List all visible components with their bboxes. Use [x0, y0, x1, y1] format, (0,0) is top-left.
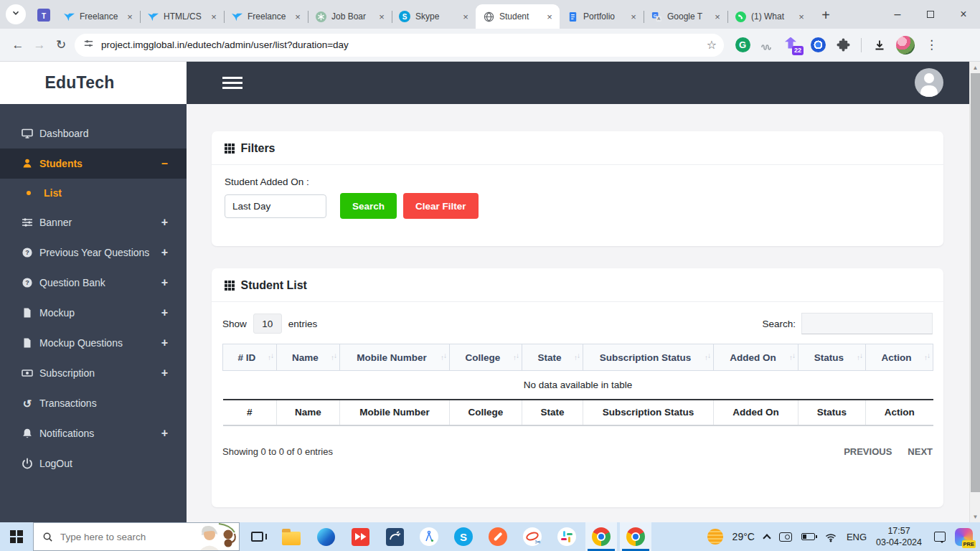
- url-text[interactable]: project.imgglobal.in/edutech/admin/user/…: [101, 39, 701, 50]
- page-scrollbar[interactable]: ▲ ▼: [969, 62, 980, 522]
- sidebar-item-list[interactable]: List: [0, 179, 187, 207]
- new-tab-button[interactable]: +: [816, 5, 836, 25]
- expand-icon[interactable]: +: [161, 246, 168, 259]
- browser-tab-google-translate[interactable]: GA Google T ×: [644, 4, 727, 29]
- table-search-input[interactable]: [801, 313, 933, 334]
- search-highlight-illustration[interactable]: [187, 522, 239, 551]
- screen-capture-icon[interactable]: [779, 532, 792, 542]
- browser-tab-student-active[interactable]: Student ×: [476, 4, 560, 29]
- expand-icon[interactable]: +: [161, 336, 168, 349]
- sidebar-item-subscription[interactable]: Subscription +: [0, 358, 187, 388]
- column-header-added-on[interactable]: Added On↑↓: [714, 344, 798, 371]
- sidebar-item-question-bank[interactable]: ? Question Bank +: [0, 268, 187, 298]
- tab-close-icon[interactable]: ×: [460, 11, 471, 22]
- expand-icon[interactable]: +: [161, 306, 168, 319]
- column-header-action[interactable]: Action↑↓: [866, 344, 933, 371]
- brand-logo[interactable]: EduTech: [0, 62, 187, 104]
- page-size-select[interactable]: 10: [253, 314, 282, 334]
- taskbar-search[interactable]: [33, 522, 240, 551]
- battery-icon[interactable]: [801, 533, 815, 540]
- expand-icon[interactable]: +: [161, 276, 168, 289]
- blue-ball-extension-icon[interactable]: [809, 37, 826, 54]
- sidebar-item-students[interactable]: Students –: [0, 149, 187, 179]
- taskbar-search-input[interactable]: [59, 531, 187, 543]
- address-bar[interactable]: project.imgglobal.in/edutech/admin/user/…: [75, 34, 724, 57]
- temperature-text[interactable]: 29°C: [732, 531, 755, 542]
- clock[interactable]: 17:57 03-04-2024: [876, 525, 922, 549]
- browser-menu-icon[interactable]: ⋮: [923, 37, 941, 52]
- snipping-tool-button[interactable]: ✂: [517, 522, 548, 551]
- collapse-icon[interactable]: –: [161, 157, 168, 170]
- chrome-button-2[interactable]: [620, 522, 651, 551]
- sidebar-item-banner[interactable]: Banner +: [0, 207, 187, 237]
- tab-close-icon[interactable]: ×: [376, 11, 387, 22]
- scroll-down-arrow[interactable]: ▼: [970, 511, 980, 522]
- browser-tab-portfolio[interactable]: Portfolio ×: [560, 4, 644, 29]
- back-button[interactable]: ←: [7, 34, 29, 56]
- browser-tab-htmlcs[interactable]: HTML/CS ×: [140, 4, 224, 29]
- bookmark-star-icon[interactable]: ☆: [707, 38, 717, 52]
- column-header-state[interactable]: State↑↓: [522, 344, 583, 371]
- browser-tab-freelancer-2[interactable]: Freelance ×: [224, 4, 308, 29]
- column-header-mobile[interactable]: Mobile Number↑↓: [340, 344, 450, 371]
- tab-close-icon[interactable]: ×: [544, 11, 555, 22]
- wave-extension-icon[interactable]: [759, 37, 776, 54]
- window-close-button[interactable]: ×: [947, 0, 980, 29]
- language-indicator[interactable]: ENG: [847, 532, 867, 542]
- browser-tab-skype[interactable]: S Skype ×: [392, 4, 476, 29]
- site-info-icon[interactable]: [83, 38, 94, 52]
- badge-extension-icon[interactable]: 22: [784, 37, 801, 54]
- tab-close-icon[interactable]: ×: [628, 11, 639, 22]
- downloads-icon[interactable]: [871, 37, 888, 54]
- wifi-icon[interactable]: [824, 532, 837, 542]
- mysql-workbench-button[interactable]: [379, 522, 410, 551]
- sidebar-item-mockup[interactable]: Mockup +: [0, 298, 187, 328]
- slack-button[interactable]: [551, 522, 583, 551]
- expand-icon[interactable]: +: [161, 427, 168, 440]
- edge-button[interactable]: [310, 522, 341, 551]
- reload-button[interactable]: ↻: [50, 34, 72, 56]
- start-button[interactable]: [0, 522, 33, 551]
- forward-button[interactable]: →: [29, 34, 50, 56]
- tab-close-icon[interactable]: ×: [712, 11, 723, 22]
- skype-button[interactable]: S: [448, 522, 479, 551]
- sidebar-item-mockup-questions[interactable]: Mockup Questions +: [0, 328, 187, 358]
- sidebar-item-transactions[interactable]: ↺ Transactions: [0, 388, 187, 418]
- column-header-name[interactable]: Name↑↓: [277, 344, 340, 371]
- previous-page-button[interactable]: PREVIOUS: [844, 446, 892, 457]
- browser-tab-freelancer-1[interactable]: Freelance ×: [56, 4, 140, 29]
- expand-icon[interactable]: +: [161, 216, 168, 229]
- pinned-tab-teams[interactable]: T: [32, 4, 56, 29]
- search-button[interactable]: Search: [340, 193, 397, 219]
- tab-search-button[interactable]: [6, 4, 26, 24]
- scroll-up-arrow[interactable]: ▲: [970, 62, 980, 73]
- browser-tab-jobboard[interactable]: Job Boar ×: [308, 4, 392, 29]
- student-added-on-select[interactable]: [225, 194, 326, 218]
- postman-button[interactable]: [482, 522, 514, 551]
- expand-icon[interactable]: +: [161, 367, 168, 380]
- scrollbar-thumb[interactable]: [971, 73, 980, 492]
- hamburger-menu-icon[interactable]: [222, 77, 242, 92]
- sidebar-item-previous-year-questions[interactable]: ? Previous Year Questions +: [0, 237, 187, 268]
- sidebar-item-dashboard[interactable]: Dashboard: [0, 118, 187, 149]
- browser-tab-whatsapp[interactable]: (1) What ×: [727, 4, 811, 29]
- chrome-button-1[interactable]: [585, 522, 617, 551]
- clear-filter-button[interactable]: Clear Filter: [403, 193, 479, 219]
- file-explorer-button[interactable]: [275, 522, 307, 551]
- next-page-button[interactable]: NEXT: [908, 446, 933, 457]
- tray-chevron-up-icon[interactable]: [763, 534, 771, 542]
- tab-close-icon[interactable]: ×: [208, 11, 220, 22]
- copilot-icon[interactable]: PRE: [955, 528, 973, 546]
- window-maximize-button[interactable]: [914, 0, 947, 29]
- sidebar-item-notifications[interactable]: Notifications +: [0, 418, 187, 448]
- sidebar-item-logout[interactable]: LogOut: [0, 448, 187, 479]
- tab-close-icon[interactable]: ×: [292, 11, 303, 22]
- user-avatar[interactable]: [915, 68, 943, 97]
- column-header-id[interactable]: # ID↑↓: [223, 344, 277, 371]
- column-header-college[interactable]: College↑↓: [450, 344, 522, 371]
- anydesk-button[interactable]: [344, 522, 376, 551]
- weather-icon[interactable]: [707, 529, 723, 545]
- tab-close-icon[interactable]: ×: [124, 11, 136, 22]
- extensions-puzzle-icon[interactable]: [834, 37, 852, 54]
- grammarly-extension-icon[interactable]: G: [734, 37, 751, 54]
